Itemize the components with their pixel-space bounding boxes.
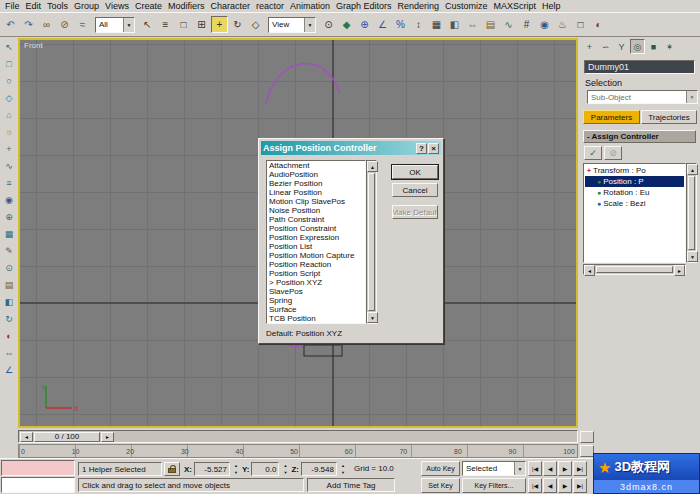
half-box-icon[interactable]: ◧ (2, 294, 17, 309)
menu-item[interactable]: MAXScript (491, 0, 540, 12)
scroll-right-icon[interactable]: ► (674, 265, 685, 276)
tree-item-position[interactable]: ● Position : P (585, 176, 684, 187)
next-frame-icon[interactable]: ► (101, 432, 114, 442)
tree-item-transform[interactable]: + Transform : Po (585, 165, 684, 176)
z-spinner[interactable]: ▲▼ (339, 462, 347, 476)
x-coordinate-field[interactable]: -5.527 (194, 462, 230, 476)
controller-list-item[interactable]: Position Constraint (269, 224, 365, 233)
assign-controller-rollout[interactable]: - Assign Controller (583, 130, 696, 143)
selection-filter-dropdown[interactable]: All ▼ (95, 17, 135, 33)
prev-key-button[interactable]: |◀ (528, 478, 542, 493)
undo-icon[interactable]: ↶ (2, 16, 19, 33)
go-to-start-button[interactable]: |◀ (528, 461, 542, 476)
curve-icon[interactable]: ∿ (2, 158, 17, 173)
scrollbar-thumb[interactable] (596, 266, 673, 273)
time-slider-thumb[interactable]: 0 / 100 (34, 432, 100, 442)
selection-lock-icon[interactable] (164, 462, 180, 476)
schematic-view-icon[interactable]: # (518, 16, 535, 33)
utilities-tab-icon[interactable]: ✶ (662, 39, 677, 54)
maxscript-mini-listener[interactable] (1, 477, 75, 493)
menu-item[interactable]: Graph Editors (333, 0, 395, 12)
next-key-button[interactable]: ▶| (573, 478, 587, 493)
modify-tab-icon[interactable]: ∽ (598, 39, 613, 54)
camera-icon[interactable]: ◉ (2, 192, 17, 207)
sphere-primitive-icon[interactable]: ○ (2, 73, 17, 88)
unlink-selection-icon[interactable]: ⊘ (56, 16, 73, 33)
select-arrow-icon[interactable]: ↖ (2, 39, 17, 54)
select-and-move-icon[interactable]: + (211, 16, 228, 33)
cancel-button[interactable]: Cancel (392, 183, 438, 197)
rotate-icon[interactable]: ↻ (2, 311, 17, 326)
material-editor-icon[interactable]: ◉ (536, 16, 553, 33)
scrollbar-thumb[interactable] (368, 173, 375, 311)
key-filters-button[interactable]: Key Filters... (462, 478, 526, 493)
grid-icon[interactable]: ▦ (2, 226, 17, 241)
scroll-down-icon[interactable]: ▼ (687, 251, 698, 262)
mirror-icon[interactable]: ◧ (446, 16, 463, 33)
assign-controller-button[interactable]: ✓ (584, 146, 602, 160)
snap-toggle-icon[interactable]: ⊕ (356, 16, 373, 33)
angle-icon[interactable]: ∠ (2, 362, 17, 377)
menu-item[interactable]: Customize (442, 0, 491, 12)
select-and-rotate-icon[interactable]: ↻ (229, 16, 246, 33)
menu-item[interactable]: reactor (253, 0, 287, 12)
menu-item[interactable]: Group (71, 0, 102, 12)
bind-to-spacewarp-icon[interactable]: ≈ (74, 16, 91, 33)
create-tab-icon[interactable]: + (582, 39, 597, 54)
make-default-button[interactable]: Make Default (392, 205, 438, 219)
prev-frame-icon[interactable]: ◄ (20, 432, 33, 442)
auto-key-button[interactable]: Auto Key (421, 461, 460, 476)
close-icon[interactable]: × (428, 143, 439, 154)
chevron-down-icon[interactable]: ▼ (123, 18, 134, 32)
menu-item[interactable]: Tools (44, 0, 71, 12)
menu-item[interactable]: Views (102, 0, 132, 12)
select-object-icon[interactable]: ↖ (139, 16, 156, 33)
motion-tab-icon[interactable]: ◎ (630, 39, 645, 54)
controller-list-item[interactable]: Attachment (269, 161, 365, 170)
helper-icon[interactable]: ⌂ (2, 107, 17, 122)
y-spinner[interactable]: ▲▼ (281, 462, 289, 476)
maxscript-mini-listener-macro[interactable] (1, 460, 75, 476)
go-to-end-button[interactable]: ▶| (573, 461, 587, 476)
ok-button[interactable]: OK (392, 165, 438, 179)
scroll-left-icon[interactable]: ◄ (584, 265, 595, 276)
use-pivot-center-icon[interactable]: ⊙ (320, 16, 337, 33)
redo-icon[interactable]: ↷ (20, 16, 37, 33)
select-by-name-icon[interactable]: ≡ (157, 16, 174, 33)
sub-object-dropdown[interactable]: Sub-Object ▼ (587, 90, 698, 104)
controller-list-item[interactable]: TCB Position (269, 314, 365, 323)
set-key-button[interactable]: Set Key (421, 478, 460, 493)
controller-list[interactable]: AttachmentAudioPositionBezier PositionLi… (266, 160, 366, 324)
menu-item[interactable]: Animation (287, 0, 333, 12)
help-icon[interactable]: ? (416, 143, 427, 154)
tree-item-scale[interactable]: ● Scale : Bezi (585, 198, 684, 209)
controller-list-item[interactable]: Bezier Position (269, 179, 365, 188)
menu-item[interactable]: Edit (23, 0, 45, 12)
trackbar-scroll-button[interactable] (580, 445, 594, 457)
coordinate-system-dropdown[interactable]: View ▼ (268, 17, 316, 33)
trackbar-scroll-button[interactable] (580, 431, 594, 443)
step-back-button[interactable]: ◀ (543, 478, 557, 493)
step-forward-button[interactable]: ▶ (558, 478, 572, 493)
controller-list-item[interactable]: Position List (269, 242, 365, 251)
hierarchy-tab-icon[interactable]: Y (614, 39, 629, 54)
layer-manager-icon[interactable]: ▤ (482, 16, 499, 33)
scrollbar-thumb[interactable] (688, 176, 695, 250)
tree-vertical-scrollbar[interactable]: ▲ ▼ (686, 163, 697, 263)
scroll-up-icon[interactable]: ▲ (367, 161, 378, 172)
controller-list-item[interactable]: Surface (269, 305, 365, 314)
tree-item-rotation[interactable]: ● Rotation : Eu (585, 187, 684, 198)
menu-item[interactable]: Character (207, 0, 253, 12)
select-and-scale-icon[interactable]: ◇ (247, 16, 264, 33)
controller-list-item[interactable]: SlavePos (269, 287, 365, 296)
controller-list-item[interactable]: Motion Clip SlavePos (269, 197, 365, 206)
curve-editor-icon[interactable]: ∿ (500, 16, 517, 33)
align-icon[interactable]: ⇔ (464, 16, 481, 33)
scroll-down-icon[interactable]: ▼ (367, 312, 378, 323)
snap-icon[interactable]: ⊕ (2, 209, 17, 224)
controller-list-item[interactable]: Position Reaction (269, 260, 365, 269)
menu-item[interactable]: File (2, 0, 23, 12)
list-icon[interactable]: ≡ (2, 175, 17, 190)
chevron-down-icon[interactable]: ▼ (686, 91, 697, 103)
tree-horizontal-scrollbar[interactable]: ◄ ► (583, 264, 686, 275)
